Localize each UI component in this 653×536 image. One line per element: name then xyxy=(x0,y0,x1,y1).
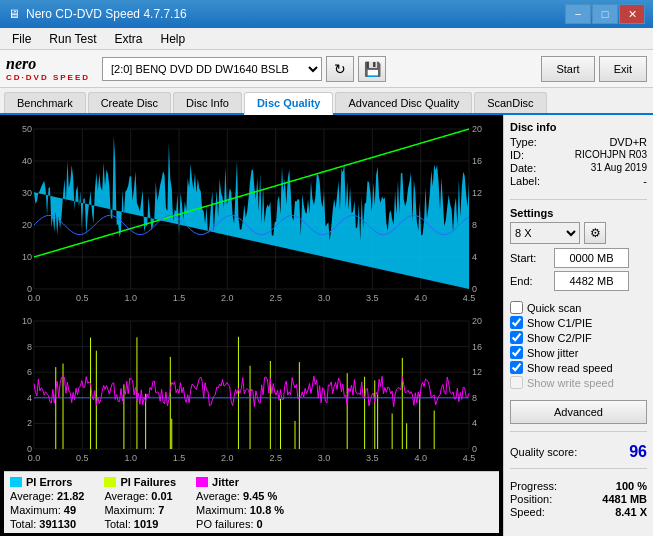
pi-errors-avg-label: Average: xyxy=(10,490,54,502)
show-write-speed-checkbox xyxy=(510,376,523,389)
pi-errors-max-value: 49 xyxy=(64,504,76,516)
position-label: Position: xyxy=(510,493,552,505)
id-label: ID: xyxy=(510,149,524,161)
pi-errors-total-value: 391130 xyxy=(39,518,76,530)
start-button[interactable]: Start xyxy=(541,56,594,82)
quality-score-section: Quality score: 96 xyxy=(510,443,647,461)
menu-run-test[interactable]: Run Test xyxy=(41,30,104,48)
progress-value: 100 % xyxy=(616,480,647,492)
save-button[interactable]: 💾 xyxy=(358,56,386,82)
advanced-button[interactable]: Advanced xyxy=(510,400,647,424)
show-write-speed-label: Show write speed xyxy=(527,377,614,389)
pi-failures-title: PI Failures xyxy=(120,476,176,488)
tab-scan-disc[interactable]: ScanDisc xyxy=(474,92,546,113)
show-c1pie-label: Show C1/PIE xyxy=(527,317,592,329)
position-value: 4481 MB xyxy=(602,493,647,505)
show-c1pie-checkbox[interactable] xyxy=(510,316,523,329)
settings-title: Settings xyxy=(510,207,647,219)
disc-label-value: - xyxy=(643,175,647,187)
pi-failures-total-value: 1019 xyxy=(134,518,158,530)
speed-label: Speed: xyxy=(510,506,545,518)
pi-failures-max-label: Maximum: xyxy=(104,504,155,516)
quality-score-value: 96 xyxy=(629,443,647,461)
title-bar-left: 🖥 Nero CD-DVD Speed 4.7.7.16 xyxy=(8,7,187,21)
pi-failures-avg-label: Average: xyxy=(104,490,148,502)
show-read-speed-checkbox[interactable] xyxy=(510,361,523,374)
start-label: Start: xyxy=(510,252,550,264)
refresh-button[interactable]: ↻ xyxy=(326,56,354,82)
pi-errors-total-label: Total: xyxy=(10,518,36,530)
disc-info-title: Disc info xyxy=(510,121,647,133)
settings-section: Settings 8 X ⚙ Start: End: xyxy=(510,207,647,294)
speed-select[interactable]: 8 X xyxy=(510,222,580,244)
disc-info-section: Disc info Type: DVD+R ID: RICOHJPN R03 D… xyxy=(510,121,647,188)
pi-errors-avg-value: 21.82 xyxy=(57,490,85,502)
show-c2pif-checkbox[interactable] xyxy=(510,331,523,344)
jitter-max-value: 10.8 % xyxy=(250,504,284,516)
nero-logo-subtext: CD·DVD SPEED xyxy=(6,73,90,82)
menu-file[interactable]: File xyxy=(4,30,39,48)
drive-select[interactable]: [2:0] BENQ DVD DD DW1640 BSLB xyxy=(102,57,322,81)
legend-jitter: Jitter Average: 9.45 % Maximum: 10.8 % P… xyxy=(196,476,284,530)
tab-disc-info[interactable]: Disc Info xyxy=(173,92,242,113)
nero-logo: nero CD·DVD SPEED xyxy=(6,55,90,82)
app-title: Nero CD-DVD Speed 4.7.7.16 xyxy=(26,7,187,21)
tab-create-disc[interactable]: Create Disc xyxy=(88,92,171,113)
jitter-po-label: PO failures: xyxy=(196,518,253,530)
progress-section: Progress: 100 % Position: 4481 MB Speed:… xyxy=(510,480,647,519)
minimize-button[interactable]: − xyxy=(565,4,591,24)
tab-advanced-disc-quality[interactable]: Advanced Disc Quality xyxy=(335,92,472,113)
pi-errors-color xyxy=(10,477,22,487)
id-value: RICOHJPN R03 xyxy=(575,149,647,161)
divider-3 xyxy=(510,468,647,469)
show-read-speed-label: Show read speed xyxy=(527,362,613,374)
settings-icon-button[interactable]: ⚙ xyxy=(584,222,606,244)
title-bar: 🖥 Nero CD-DVD Speed 4.7.7.16 − □ ✕ xyxy=(0,0,653,28)
right-panel: Disc info Type: DVD+R ID: RICOHJPN R03 D… xyxy=(503,115,653,536)
divider-2 xyxy=(510,431,647,432)
maximize-button[interactable]: □ xyxy=(592,4,618,24)
legend-area: PI Errors Average: 21.82 Maximum: 49 Tot… xyxy=(4,471,499,533)
quality-score-label: Quality score: xyxy=(510,446,577,458)
pi-failures-color xyxy=(104,477,116,487)
menu-extra[interactable]: Extra xyxy=(106,30,150,48)
jitter-po-value: 0 xyxy=(257,518,263,530)
start-input[interactable] xyxy=(554,248,629,268)
tab-benchmark[interactable]: Benchmark xyxy=(4,92,86,113)
main-content: PI Errors Average: 21.82 Maximum: 49 Tot… xyxy=(0,115,653,536)
tab-disc-quality[interactable]: Disc Quality xyxy=(244,92,334,115)
app-icon: 🖥 xyxy=(8,7,20,21)
date-value: 31 Aug 2019 xyxy=(591,162,647,174)
tab-bar: Benchmark Create Disc Disc Info Disc Qua… xyxy=(0,88,653,115)
title-bar-controls: − □ ✕ xyxy=(565,4,645,24)
speed-value: 8.41 X xyxy=(615,506,647,518)
disc-label-label: Label: xyxy=(510,175,540,187)
show-jitter-label: Show jitter xyxy=(527,347,578,359)
menu-help[interactable]: Help xyxy=(153,30,194,48)
pi-failures-avg-value: 0.01 xyxy=(151,490,172,502)
date-label: Date: xyxy=(510,162,536,174)
quick-scan-checkbox[interactable] xyxy=(510,301,523,314)
checkboxes-section: Quick scan Show C1/PIE Show C2/PIF Show … xyxy=(510,301,647,391)
lower-chart-canvas xyxy=(4,313,499,469)
nero-logo-text: nero xyxy=(6,55,36,73)
toolbar: nero CD·DVD SPEED [2:0] BENQ DVD DD DW16… xyxy=(0,50,653,88)
upper-chart-canvas xyxy=(4,119,499,309)
menu-bar: File Run Test Extra Help xyxy=(0,28,653,50)
type-value: DVD+R xyxy=(609,136,647,148)
jitter-avg-label: Average: xyxy=(196,490,240,502)
divider-1 xyxy=(510,199,647,200)
legend-pi-failures: PI Failures Average: 0.01 Maximum: 7 Tot… xyxy=(104,476,176,530)
pi-failures-total-label: Total: xyxy=(104,518,130,530)
exit-button[interactable]: Exit xyxy=(599,56,647,82)
legend-pi-errors: PI Errors Average: 21.82 Maximum: 49 Tot… xyxy=(10,476,84,530)
chart-area: PI Errors Average: 21.82 Maximum: 49 Tot… xyxy=(0,115,503,536)
jitter-title: Jitter xyxy=(212,476,239,488)
end-input[interactable] xyxy=(554,271,629,291)
pi-failures-max-value: 7 xyxy=(158,504,164,516)
pi-errors-title: PI Errors xyxy=(26,476,72,488)
show-c2pif-label: Show C2/PIF xyxy=(527,332,592,344)
close-button[interactable]: ✕ xyxy=(619,4,645,24)
jitter-color xyxy=(196,477,208,487)
show-jitter-checkbox[interactable] xyxy=(510,346,523,359)
